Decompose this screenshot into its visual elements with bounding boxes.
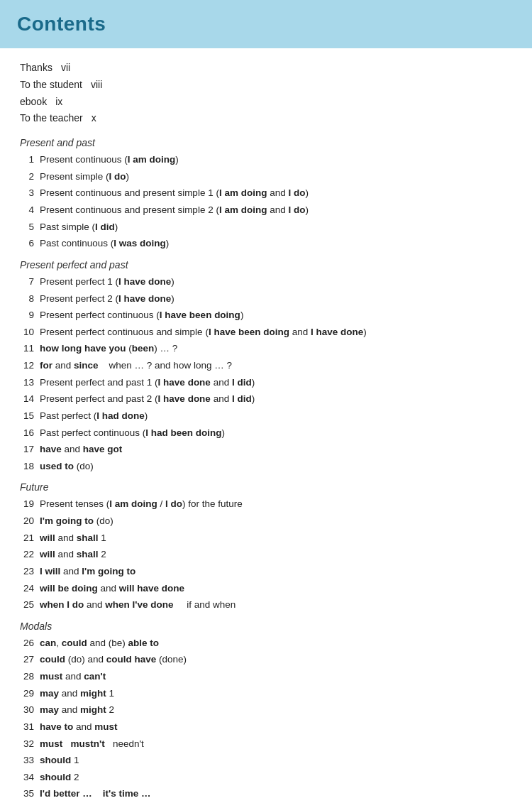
toc-entry-14: 14 Present perfect and past 2 (I have do…	[20, 390, 512, 408]
fm-teacher-page: x	[92, 110, 96, 127]
fm-student-label: To the student	[20, 77, 82, 94]
fm-student-page: viii	[91, 77, 102, 94]
front-matter-teacher: To the teacher x	[20, 110, 512, 127]
toc-entry-23: 23 I will and I'm going to	[20, 563, 512, 580]
front-matter: Thanks vii To the student viii ebook ix …	[20, 60, 512, 127]
toc-entry-20: 20 I'm going to (do)	[20, 513, 512, 530]
toc-entry-4: 4 Present continuous and present simple …	[20, 202, 512, 219]
section-title-present-past: Present and past	[20, 137, 512, 148]
toc-entry-31: 31 have to and must	[20, 719, 512, 736]
section-title-future: Future	[20, 481, 512, 493]
toc-entry-3: 3 Present continuous and present simple …	[20, 185, 512, 202]
fm-teacher-label: To the teacher	[20, 110, 83, 127]
section-future: Future 19 Present tenses (I am doing / I…	[20, 481, 512, 613]
toc-entry-2: 2 Present simple (I do)	[20, 168, 512, 185]
content-area: Thanks vii To the student viii ebook ix …	[0, 48, 532, 803]
toc-entry-34: 34 should 2	[20, 769, 512, 786]
toc-entry-7: 7 Present perfect 1 (I have done)	[20, 273, 512, 290]
toc-entry-30: 30 may and might 2	[20, 701, 512, 719]
toc-entry-33: 33 should 1	[20, 752, 512, 769]
toc-entry-5: 5 Past simple (I did)	[20, 219, 512, 236]
toc-entry-16: 16 Past perfect continuous (I had been d…	[20, 425, 512, 442]
toc-entry-1: 1 Present continuous (I am doing)	[20, 151, 512, 168]
toc-entry-8: 8 Present perfect 2 (I have done)	[20, 290, 512, 307]
toc-entry-24: 24 will be doing and will have done	[20, 580, 512, 597]
toc-entry-15: 15 Past perfect (I had done)	[20, 408, 512, 425]
toc-entry-11: 11 how long have you (been) … ?	[20, 340, 512, 357]
toc-entry-25: 25 when I do and when I've done if and w…	[20, 596, 512, 613]
toc-entry-32: 32 must mustn't needn't	[20, 736, 512, 753]
toc-entry-18: 18 used to (do)	[20, 458, 512, 475]
section-modals: Modals 26 can, could and (be) able to 27…	[20, 621, 512, 803]
front-matter-ebook: ebook ix	[20, 94, 512, 111]
toc-entry-35: 35 I'd better … it's time …	[20, 785, 512, 802]
toc-entry-28: 28 must and can't	[20, 668, 512, 685]
header: Contents	[0, 0, 532, 48]
front-matter-student: To the student viii	[20, 77, 512, 94]
toc-entry-22: 22 will and shall 2	[20, 546, 512, 563]
page-title: Contents	[17, 13, 106, 35]
fm-ebook-label: ebook	[20, 94, 47, 111]
toc-entry-21: 21 will and shall 1	[20, 530, 512, 547]
section-present-past: Present and past 1 Present continuous (I…	[20, 137, 512, 252]
toc-entry-29: 29 may and might 1	[20, 685, 512, 702]
toc-entry-6: 6 Past continuous (I was doing)	[20, 235, 512, 252]
toc-entry-17: 17 have and have got	[20, 441, 512, 458]
toc-entry-9: 9 Present perfect continuous (I have bee…	[20, 307, 512, 324]
toc-entry-26: 26 can, could and (be) able to	[20, 635, 512, 652]
front-matter-thanks: Thanks vii	[20, 60, 512, 77]
toc-entry-13: 13 Present perfect and past 1 (I have do…	[20, 374, 512, 391]
section-title-present-perfect: Present perfect and past	[20, 259, 512, 271]
toc-entry-10: 10 Present perfect continuous and simple…	[20, 324, 512, 341]
toc-entry-27: 27 could (do) and could have (done)	[20, 651, 512, 668]
fm-thanks-page: vii	[61, 60, 70, 77]
section-present-perfect-past: Present perfect and past 7 Present perfe…	[20, 259, 512, 475]
section-title-modals: Modals	[20, 621, 512, 632]
fm-ebook-page: ix	[55, 94, 62, 111]
toc-entry-19: 19 Present tenses (I am doing / I do) fo…	[20, 496, 512, 513]
toc-entry-12: 12 for and since when … ? and how long ……	[20, 357, 512, 374]
fm-thanks-label: Thanks	[20, 60, 52, 77]
